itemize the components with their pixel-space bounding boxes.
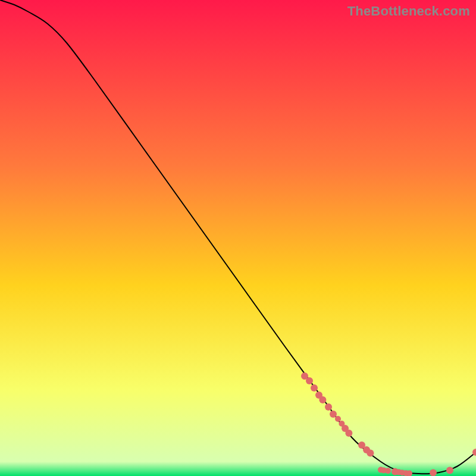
chart-svg [0,0,476,476]
curve-marker [345,430,352,437]
chart-canvas [0,0,476,476]
curve-marker [367,450,374,457]
curve-marker [330,411,337,418]
watermark-text: TheBottleneck.com [347,4,470,19]
curve-marker [430,469,437,476]
curve-marker [446,466,453,474]
chart-background [0,0,476,476]
curve-marker [306,377,313,384]
curve-marker [325,403,332,411]
curve-marker [319,396,326,403]
curve-marker [385,468,391,474]
curve-marker [311,384,318,392]
curve-marker [335,416,341,422]
